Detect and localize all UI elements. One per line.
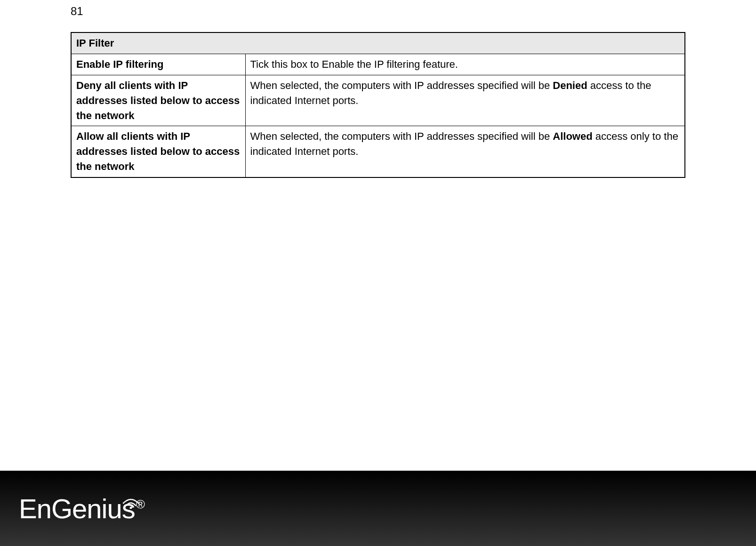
table-row: Deny all clients with IP addresses liste… (71, 75, 685, 126)
page-number: 81 (71, 5, 685, 18)
row-label: Allow all clients with IP addresses list… (71, 126, 245, 177)
desc-prefix: When selected, the computers with IP add… (250, 130, 553, 142)
desc-prefix: When selected, the computers with IP add… (250, 80, 553, 91)
table-header-row: IP Filter (71, 32, 685, 54)
brand-part1: En (19, 493, 51, 524)
brand-part2: Gen (51, 493, 102, 524)
desc-bold: Allowed (553, 130, 592, 142)
brand-logo: EnGen ius® (19, 493, 145, 524)
svg-point-0 (130, 506, 132, 509)
table-row: Allow all clients with IP addresses list… (71, 126, 685, 177)
row-description: When selected, the computers with IP add… (245, 75, 685, 126)
brand-logo-text: EnGen ius® (19, 493, 145, 524)
row-description: When selected, the computers with IP add… (245, 126, 685, 177)
table-row: Enable IP filtering Tick this box to Ena… (71, 54, 685, 75)
row-label: Deny all clients with IP addresses liste… (71, 75, 245, 126)
table-header: IP Filter (71, 32, 685, 54)
desc-prefix: Tick this box to Enable the IP filtering… (250, 58, 458, 70)
wifi-icon (121, 483, 140, 498)
desc-bold: Denied (553, 80, 587, 91)
row-description: Tick this box to Enable the IP filtering… (245, 54, 685, 75)
page-content: 81 IP Filter Enable IP filtering Tick th… (0, 0, 756, 178)
row-label: Enable IP filtering (71, 54, 245, 75)
footer-bar: EnGen ius® (0, 471, 756, 546)
ip-filter-table: IP Filter Enable IP filtering Tick this … (71, 32, 685, 178)
